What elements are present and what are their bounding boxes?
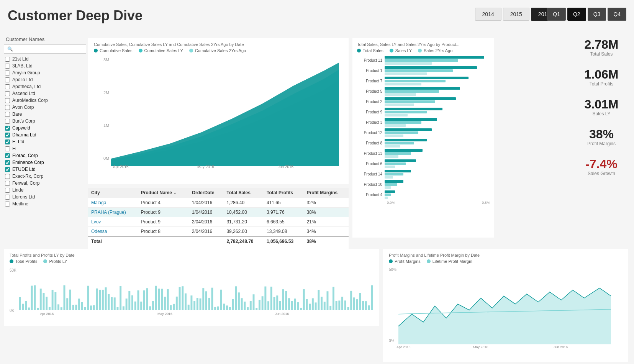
col-profits[interactable]: Total Profits	[264, 188, 304, 198]
customer-item[interactable]: Apotheca, Ltd	[4, 84, 86, 90]
svg-rect-83	[229, 307, 231, 310]
svg-text:0M: 0M	[103, 156, 109, 161]
bar-total	[385, 139, 427, 141]
customer-checkbox[interactable]	[5, 91, 10, 96]
customer-item[interactable]: Linde	[4, 187, 86, 193]
customer-checkbox[interactable]	[5, 167, 10, 172]
margin-legend-1: Profit Margins	[395, 259, 421, 264]
customer-item[interactable]: Exact-Rx, Corp	[4, 173, 86, 179]
x-label-1: 0.5M	[482, 201, 490, 205]
svg-rect-62	[167, 289, 169, 310]
customer-item[interactable]: Apollo Ltd	[4, 77, 86, 83]
svg-rect-74	[202, 288, 204, 310]
customer-checkbox[interactable]	[5, 98, 10, 103]
customer-item[interactable]: E. Ltd	[4, 139, 86, 145]
col-margin[interactable]: Profit Margins	[304, 188, 349, 198]
svg-rect-77	[211, 288, 213, 310]
svg-rect-71	[193, 301, 195, 310]
svg-rect-128	[362, 301, 364, 310]
product-bar-row: Product 8	[357, 139, 490, 148]
year-2015[interactable]: 2015	[503, 8, 529, 21]
customer-item[interactable]: AuroMedics Corp	[4, 97, 86, 103]
customer-name: Linde	[12, 187, 23, 193]
year-2014[interactable]: 2014	[475, 8, 501, 21]
cell-profits: 13,349.08	[264, 227, 304, 237]
svg-text:May 2016: May 2016	[157, 312, 172, 316]
customer-checkbox[interactable]	[5, 195, 10, 200]
customer-checkbox[interactable]	[5, 181, 10, 186]
svg-rect-125	[353, 297, 355, 310]
customer-item[interactable]: Amylin Group	[4, 70, 86, 76]
customer-checkbox[interactable]	[5, 160, 10, 165]
legend-dot-1	[94, 49, 98, 52]
col-city[interactable]: City	[88, 188, 138, 198]
col-product[interactable]: Product Name ▲	[138, 188, 189, 198]
svg-rect-131	[371, 285, 373, 310]
svg-rect-123	[347, 307, 349, 310]
prod-legend-1: Total Sales	[363, 48, 383, 53]
customer-item[interactable]: Burt's Corp	[4, 118, 86, 124]
svg-rect-44	[114, 297, 116, 310]
customer-item[interactable]: Capweld	[4, 125, 86, 131]
svg-rect-84	[232, 299, 234, 310]
customer-checkbox[interactable]	[5, 105, 10, 110]
customer-item[interactable]: 3LAB, Ltd	[4, 63, 86, 69]
customer-item[interactable]: Elorac, Corp	[4, 152, 86, 159]
customer-item[interactable]: Dharma Ltd	[4, 132, 86, 138]
svg-marker-6	[111, 62, 339, 166]
total-margin: 38%	[304, 236, 349, 246]
customer-item[interactable]: Eminence Corp	[4, 159, 86, 166]
svg-rect-86	[238, 292, 240, 310]
svg-rect-98	[274, 297, 275, 310]
svg-rect-69	[188, 305, 190, 310]
customer-checkbox[interactable]	[5, 112, 10, 117]
customer-checkbox[interactable]	[5, 188, 10, 193]
customer-checkbox[interactable]	[5, 133, 10, 138]
quarter-q1[interactable]: Q1	[547, 8, 566, 21]
customer-item[interactable]: Bare	[4, 111, 86, 117]
cell-sales: 10,452.00	[223, 208, 264, 217]
customer-item[interactable]: Ei	[4, 146, 86, 152]
svg-rect-130	[368, 305, 370, 310]
customer-checkbox[interactable]	[5, 174, 10, 179]
cell-profits: 411.65	[264, 198, 304, 208]
customer-checkbox[interactable]	[5, 84, 10, 89]
customer-checkbox[interactable]	[5, 153, 10, 158]
bar-2yrs	[385, 197, 388, 199]
svg-rect-40	[102, 290, 104, 310]
kpi-total-profits: 1.06M Total Profits	[573, 68, 630, 87]
customer-search-input[interactable]	[4, 44, 86, 54]
col-date[interactable]: OrderDate	[189, 188, 224, 198]
customer-checkbox[interactable]	[5, 64, 10, 69]
svg-rect-49	[128, 291, 130, 310]
bar-total	[385, 149, 423, 152]
customer-checkbox[interactable]	[5, 57, 10, 62]
quarter-q2[interactable]: Q2	[567, 8, 586, 21]
customer-item[interactable]: Medline	[4, 201, 86, 207]
kpi-profit-margins-label: Profit Margins	[573, 141, 630, 146]
quarter-q4[interactable]: Q4	[608, 8, 626, 21]
customer-item[interactable]: Avon Corp	[4, 104, 86, 110]
cell-margin: 32%	[304, 198, 349, 208]
customer-checkbox[interactable]	[5, 119, 10, 124]
bar-ly	[385, 121, 421, 124]
customer-item[interactable]: Fenwal, Corp	[4, 180, 86, 186]
svg-rect-105	[294, 298, 296, 310]
cell-product: Product 9	[138, 208, 189, 217]
customer-checkbox[interactable]	[5, 146, 10, 151]
customer-item[interactable]: ETUDE Ltd	[4, 166, 86, 172]
customer-checkbox[interactable]	[5, 126, 10, 131]
customer-item[interactable]: 21st Ltd	[4, 56, 86, 62]
col-sales[interactable]: Total Sales	[223, 188, 264, 198]
svg-rect-80	[220, 290, 222, 310]
customer-checkbox[interactable]	[5, 71, 10, 75]
customer-checkbox[interactable]	[5, 139, 10, 144]
product-label: Product 1	[357, 69, 385, 73]
profit-legend: Total Profits Profits LY	[10, 259, 374, 264]
customer-checkbox[interactable]	[5, 77, 10, 82]
customer-item[interactable]: Ascend Ltd	[4, 90, 86, 97]
customer-checkbox[interactable]	[5, 202, 10, 207]
customer-item[interactable]: Llorens Ltd	[4, 194, 86, 200]
quarter-q3[interactable]: Q3	[588, 8, 606, 21]
svg-rect-16	[31, 286, 33, 310]
